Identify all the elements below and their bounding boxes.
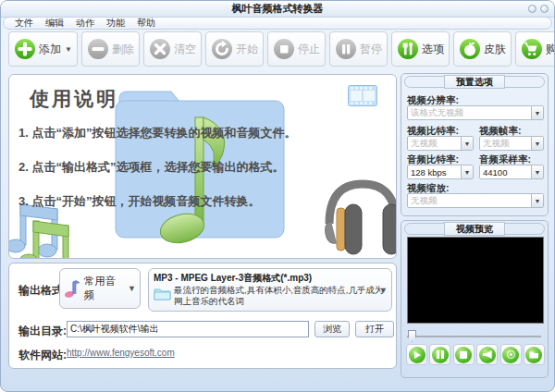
toolbar: 添加 ▼ 删除 清空 开始 停止 暂停 选项 皮肤	[8, 31, 555, 67]
pause-icon	[335, 38, 357, 60]
title-bar: 枫叶音频格式转换器	[1, 1, 554, 18]
stop-button[interactable]	[453, 344, 475, 365]
record-dot-icon	[502, 347, 519, 363]
video-resolution-select[interactable]: 该格式无视频 ▼	[407, 105, 544, 120]
minus-icon	[87, 38, 109, 60]
window-title: 枫叶音频格式转换器	[1, 1, 554, 17]
chevron-down-icon: ▼	[379, 286, 388, 295]
pause-button[interactable]: 暂停	[329, 31, 388, 67]
instruction-step-2: 2. 点击“输出格式”选项框，选择您要输出的格式。	[18, 159, 284, 176]
preview-header-rule: 视频预览	[404, 223, 545, 235]
snapshot-button[interactable]	[500, 344, 522, 365]
audio-bitrate-select[interactable]: 128 kbps ▼	[407, 165, 474, 179]
add-button[interactable]: 添加 ▼	[8, 31, 78, 67]
chevron-down-icon: ▼	[461, 165, 473, 178]
seek-track[interactable]	[407, 336, 541, 337]
browse-button[interactable]: 浏览	[314, 321, 350, 337]
format-select-dropdown[interactable]: MP3 - MPEG Layer-3音频格式(*.mp3) 最流行的音频格式,具…	[148, 268, 392, 312]
website-label: 软件网站:	[18, 348, 67, 363]
menu-bar: 文件 编辑 动作 功能 帮助	[3, 17, 552, 30]
format-title: MP3 - MPEG Layer-3音频格式(*.mp3)	[154, 272, 378, 285]
format-desc-line1: 最流行的音频格式,具有体积小,音质高的特点,几乎成为	[174, 285, 383, 296]
seek-thumb[interactable]	[408, 330, 416, 342]
stop-icon	[273, 38, 295, 60]
delete-button[interactable]: 删除	[81, 31, 140, 67]
instruction-step-3: 3. 点击“开始”按钮，开始视频音频文件转换。	[18, 193, 260, 210]
preset-options-panel: 预置选项 视频分辨率: 该格式无视频 ▼ 视频比特率: 视频帧率: 无视频 ▼ …	[401, 73, 549, 216]
format-category-value: 常用音频	[84, 275, 126, 302]
chevron-down-icon: ▼	[531, 165, 543, 178]
output-dir-input[interactable]: C:\枫叶视频软件\输出	[67, 321, 309, 337]
seek-slider[interactable]	[407, 330, 543, 343]
preset-header-rule: 预置选项	[404, 76, 545, 88]
pause-button[interactable]	[429, 344, 450, 365]
instruction-step-1: 1. 点击“添加”按钮选择您要转换的视频和音频文件。	[18, 125, 296, 141]
menu-action[interactable]: 动作	[76, 17, 94, 30]
filmstrip-icon	[348, 85, 377, 106]
output-dir-label: 输出目录:	[18, 324, 67, 339]
chevron-down-icon: ▼	[531, 194, 543, 207]
add-label: 添加	[39, 42, 61, 57]
video-preview-screen	[407, 237, 544, 324]
minimize-button[interactable]	[528, 5, 536, 13]
chevron-down-icon: ▼	[531, 137, 543, 150]
music-note-icon	[64, 278, 82, 299]
folder-icon	[525, 347, 542, 363]
stop-icon	[455, 347, 472, 363]
folder-icon	[154, 287, 171, 300]
chevron-down-icon: ▼	[531, 106, 543, 119]
format-desc-line2: 网上音乐的代名词	[174, 296, 383, 307]
preview-controls	[406, 344, 545, 365]
speaker-icon	[479, 347, 496, 363]
video-preview-panel: 视频预览	[401, 220, 549, 378]
start-icon	[211, 38, 233, 60]
clear-x-icon	[149, 38, 171, 60]
start-button[interactable]: 开始	[205, 31, 264, 67]
chevron-down-icon: ▼	[461, 137, 473, 150]
chevron-down-icon: ▼	[65, 45, 72, 54]
options-button[interactable]: 选项	[391, 31, 450, 67]
open-button[interactable]: 打开	[355, 321, 394, 337]
instructions-panel: 使用说明 1. 点击“添加”按钮选择您要转换的视频和音频文件。 2. 点击“输出…	[8, 74, 397, 259]
clear-button[interactable]: 清空	[143, 31, 202, 67]
app-window: 枫叶音频格式转换器 文件 编辑 动作 功能 帮助 添加 ▼ 删除 清空 开始	[0, 0, 555, 392]
play-button[interactable]	[406, 344, 427, 365]
buy-button[interactable]: 购买	[515, 31, 555, 67]
menu-help[interactable]: 帮助	[137, 17, 155, 30]
output-settings-box: 输出格式: 常用音频 ▼ MP3 - MPEG Layer-3音频格式(*.mp…	[8, 263, 397, 369]
preset-header: 预置选项	[444, 75, 505, 89]
play-icon	[409, 347, 426, 363]
cart-icon	[521, 38, 543, 60]
apple-icon	[459, 38, 481, 60]
instructions-title: 使用说明	[30, 86, 118, 112]
menu-edit[interactable]: 编辑	[45, 17, 64, 30]
video-scale-select[interactable]: 无视频 ▼	[407, 193, 544, 208]
website-link[interactable]: http://www.fengyesoft.com	[67, 348, 175, 358]
menu-function[interactable]: 功能	[106, 17, 125, 30]
close-button[interactable]	[540, 5, 549, 13]
skin-button[interactable]: 皮肤	[453, 31, 512, 67]
headphones-icon	[316, 173, 397, 259]
video-bitrate-select[interactable]: 无视频 ▼	[407, 136, 474, 151]
audio-samplerate-select[interactable]: 44100 ▼	[479, 165, 544, 179]
menu-file[interactable]: 文件	[15, 17, 33, 30]
pause-icon	[432, 347, 449, 363]
plus-icon	[14, 38, 36, 60]
preview-header: 视频预览	[444, 222, 505, 236]
format-category-dropdown[interactable]: 常用音频 ▼	[59, 268, 141, 309]
options-tools-icon	[397, 38, 419, 60]
stop-button[interactable]: 停止	[267, 31, 326, 67]
chevron-down-icon: ▼	[128, 284, 136, 293]
volume-button[interactable]	[476, 344, 498, 365]
video-framerate-select[interactable]: 无视频 ▼	[479, 136, 544, 151]
snapshot-folder-button[interactable]	[524, 344, 545, 365]
